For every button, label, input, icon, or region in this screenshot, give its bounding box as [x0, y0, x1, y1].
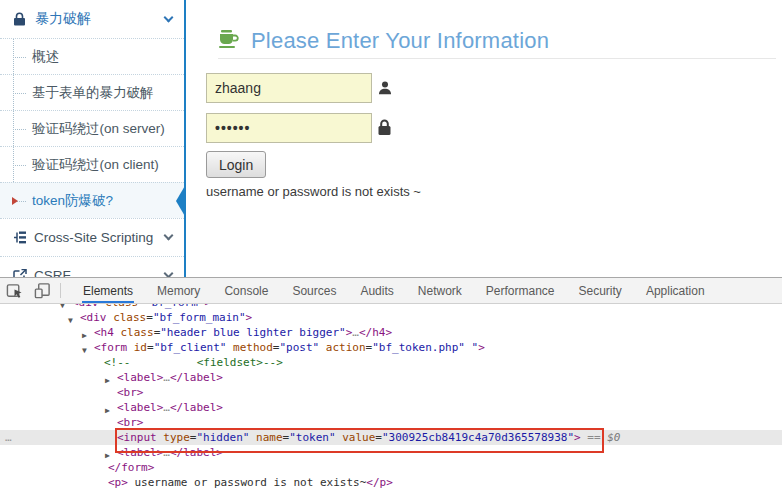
sidebar-item-label: 基于表单的暴力破解: [32, 84, 154, 102]
cup-icon: [218, 30, 241, 53]
password-input[interactable]: [206, 113, 372, 143]
code-token: <label>: [117, 401, 163, 414]
code-token: "header blue lighter bigger": [160, 326, 345, 339]
code-token: <div: [72, 304, 105, 309]
code-token: class: [105, 304, 138, 309]
code-token: ==: [581, 431, 608, 444]
padlock-icon: [377, 119, 393, 135]
sidebar-item[interactable]: 基于表单的暴力破解: [0, 74, 184, 110]
code-token: value: [342, 431, 375, 444]
code-token: <label>: [117, 371, 163, 384]
code-token: </label>: [170, 446, 223, 459]
sidebar: 暴力破解 概述基于表单的暴力破解验证码绕过(on server)验证码绕过(on…: [0, 0, 186, 277]
elements-tree: ▼<div class="bf_form">▼<div class="bf_fo…: [0, 304, 782, 492]
tab-sources[interactable]: Sources: [291, 278, 337, 303]
code-token: "bf_token.php": [372, 341, 465, 354]
code-token: =: [138, 304, 145, 309]
chevron-down-icon: [164, 12, 174, 22]
node-h4-header[interactable]: ▶<h4 class="header blue lighter bigger">…: [0, 325, 782, 340]
code-token: =: [146, 311, 153, 324]
sidebar-item-label: 验证码绕过(on server): [32, 120, 165, 138]
sidebar-item[interactable]: 概述: [0, 38, 184, 74]
sidebar-section-label: 暴力破解: [35, 10, 91, 28]
sidebar-section-bruteforce[interactable]: 暴力破解: [0, 0, 184, 38]
tab-performance[interactable]: Performance: [485, 278, 556, 303]
screen: 暴力破解 概述基于表单的暴力破解验证码绕过(on server)验证码绕过(on…: [0, 0, 782, 492]
sitemap-icon: [12, 230, 27, 245]
devtools-panel: ElementsMemoryConsoleSourcesAuditsNetwor…: [0, 277, 782, 492]
code-token: </p>: [366, 476, 393, 489]
code-token: "bf_client": [154, 341, 227, 354]
tab-security[interactable]: Security: [578, 278, 623, 303]
sidebar-subitems: 概述基于表单的暴力破解验证码绕过(on server)验证码绕过(on clie…: [0, 38, 184, 218]
code-token: "token": [289, 431, 335, 444]
node-label-3[interactable]: ▶<label>…</label>: [0, 445, 782, 460]
node-div-bf-form-main[interactable]: ▼<div class="bf_form_main">: [0, 310, 782, 325]
code-token: method: [233, 341, 273, 354]
code-token: </form>: [108, 461, 154, 474]
sidebar-section-xss[interactable]: Cross-Site Scripting: [0, 218, 184, 256]
code-token: "bf_form_main": [153, 311, 246, 324]
code-token: …: [163, 446, 170, 459]
code-token: "post": [279, 341, 319, 354]
code-token: <form: [94, 341, 134, 354]
tab-audits[interactable]: Audits: [359, 278, 394, 303]
code-token: <p>: [108, 476, 128, 489]
code-token: class: [121, 326, 154, 339]
code-token: "300925cb8419c4a70d365578938": [382, 431, 574, 444]
sidebar-item-label: 概述: [32, 48, 59, 66]
code-token: name: [256, 431, 283, 444]
login-button[interactable]: Login: [206, 151, 266, 178]
code-token: <div: [80, 311, 113, 324]
node-input-token[interactable]: …<input type="hidden" name="token" value…: [0, 430, 782, 445]
sidebar-section-label: Cross-Site Scripting: [34, 230, 153, 245]
code-token: </h4>: [359, 326, 392, 339]
node-label-1[interactable]: ▶<label>…</label>: [0, 370, 782, 385]
code-token: …: [352, 326, 359, 339]
username-input[interactable]: [206, 73, 372, 103]
inspect-element-icon[interactable]: [0, 278, 28, 303]
sidebar-item[interactable]: token防爆破?: [0, 182, 184, 218]
toolbar-divider: [60, 283, 61, 298]
code-token: =: [375, 431, 382, 444]
sidebar-item-label: token防爆破?: [32, 192, 113, 210]
node-br-1[interactable]: <br>: [0, 385, 782, 400]
node-comment-fieldset[interactable]: <!-- <fieldset>-->: [0, 355, 782, 370]
code-token: $0: [607, 431, 620, 444]
code-token: >: [478, 341, 485, 354]
node-form-bf-client[interactable]: ▼<form id="bf_client" method="post" acti…: [0, 340, 782, 355]
tab-application[interactable]: Application: [645, 278, 706, 303]
page-title: Please Enter Your Information: [251, 28, 549, 54]
code-token: >: [204, 304, 211, 309]
code-token: [465, 341, 472, 354]
code-token: "bf_form": [145, 304, 205, 309]
code-token: action: [326, 341, 366, 354]
code-token: >: [246, 311, 253, 324]
code-token: class: [113, 311, 146, 324]
code-token: </label>: [170, 371, 223, 384]
code-token: id: [134, 341, 147, 354]
lock-icon: [12, 12, 27, 27]
code-token: type: [163, 431, 190, 444]
node-p-message[interactable]: <p> username or password is not exists~<…: [0, 475, 782, 490]
tab-console[interactable]: Console: [223, 278, 269, 303]
tab-memory[interactable]: Memory: [156, 278, 201, 303]
code-token: username or password is not exists~: [128, 476, 366, 489]
sidebar-item[interactable]: 验证码绕过(on client): [0, 146, 184, 182]
code-token: <br>: [117, 386, 144, 399]
code-token: <!-- <fieldset>-->: [104, 356, 283, 369]
user-icon: [377, 80, 393, 96]
code-token: …: [163, 401, 170, 414]
gutter-more-icon[interactable]: …: [5, 430, 13, 445]
code-token: <label>: [117, 446, 163, 459]
chevron-down-icon: [164, 231, 174, 241]
device-toolbar-icon[interactable]: [28, 278, 56, 303]
node-form-close[interactable]: </form>: [0, 460, 782, 475]
sidebar-item[interactable]: 验证码绕过(on server): [0, 110, 184, 146]
node-br-2[interactable]: <br>: [0, 415, 782, 430]
tab-elements[interactable]: Elements: [82, 278, 134, 303]
tab-network[interactable]: Network: [417, 278, 463, 303]
code-token: <h4: [94, 326, 121, 339]
active-caret-icon: [12, 197, 18, 205]
node-label-2[interactable]: ▶<label>…</label>: [0, 400, 782, 415]
